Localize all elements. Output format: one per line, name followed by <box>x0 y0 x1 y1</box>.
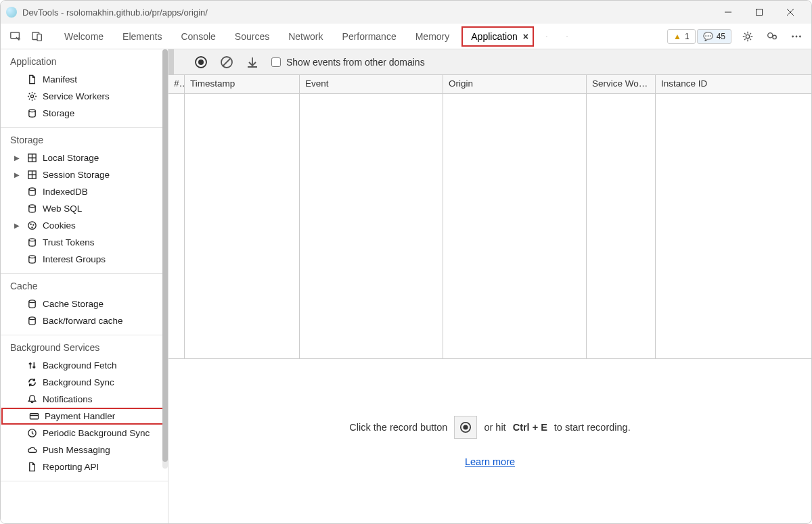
sidebar-item-label: Cache Storage <box>43 299 104 309</box>
expand-caret-icon: ▶ <box>14 171 21 178</box>
col-instance-id[interactable]: Instance ID <box>656 75 811 93</box>
sidebar-item-cache-storage[interactable]: ▶Cache Storage <box>1 295 168 312</box>
sidebar-item-label: Cookies <box>43 220 76 231</box>
info-badge[interactable]: 💬 45 <box>697 29 731 44</box>
sidebar-item-label: Storage <box>43 108 74 118</box>
gear-icon <box>26 91 37 102</box>
close-tab-icon[interactable]: × <box>523 31 528 42</box>
clock-icon <box>26 428 37 439</box>
db-icon <box>26 187 37 197</box>
sidebar-section-header: Application <box>1 49 168 71</box>
col-number[interactable]: # <box>168 75 185 93</box>
show-other-domains-input[interactable] <box>271 57 281 67</box>
devtools-icon <box>6 7 17 18</box>
warnings-badge[interactable]: ▲ 1 <box>667 29 696 44</box>
sidebar-item-service-workers[interactable]: ▶Service Workers <box>1 88 168 105</box>
tab-network[interactable]: Network <box>279 24 332 49</box>
col-service-worker[interactable]: Service Wor… <box>587 75 656 93</box>
col-origin[interactable]: Origin <box>443 75 587 93</box>
device-toolbar-icon[interactable] <box>28 27 47 46</box>
minimize-button[interactable] <box>713 2 744 22</box>
titlebar: DevTools - rsolomakhin.github.io/pr/apps… <box>1 1 811 24</box>
learn-more-link[interactable]: Learn more <box>465 456 515 467</box>
settings-icon[interactable] <box>738 27 757 46</box>
record-icon[interactable] <box>194 55 208 69</box>
tab-elements[interactable]: Elements <box>113 24 171 49</box>
panel-scrollbar[interactable] <box>168 49 174 74</box>
sidebar-item-label: Background Fetch <box>43 360 117 371</box>
empty-suffix: to start recording. <box>554 422 631 433</box>
tab-memory[interactable]: Memory <box>406 24 459 49</box>
tab-console[interactable]: Console <box>171 24 225 49</box>
sidebar-item-payment-handler[interactable]: ▶Payment Handler <box>1 408 167 425</box>
svg-rect-4 <box>11 32 20 38</box>
sidebar-item-notifications[interactable]: ▶Notifications <box>1 391 168 408</box>
svg-point-12 <box>792 35 794 37</box>
sidebar-item-background-fetch[interactable]: ▶Background Fetch <box>1 357 168 374</box>
sidebar-item-label: Reporting API <box>43 462 99 472</box>
sidebar-item-label: Back/forward cache <box>43 316 123 326</box>
svg-point-16 <box>198 59 204 65</box>
sidebar-item-manifest[interactable]: ▶Manifest <box>1 71 168 88</box>
clear-icon[interactable] <box>220 55 233 69</box>
svg-rect-1 <box>757 9 763 16</box>
more-tabs-icon[interactable] <box>537 24 557 49</box>
sidebar-item-back-forward-cache[interactable]: ▶Back/forward cache <box>1 312 168 329</box>
feedback-icon[interactable] <box>763 27 782 46</box>
sidebar-item-periodic-background-sync[interactable]: ▶Periodic Background Sync <box>1 425 168 442</box>
table-header: # Timestamp Event Origin Service Wor… In… <box>168 75 811 94</box>
sidebar-item-trust-tokens[interactable]: ▶Trust Tokens <box>1 234 168 251</box>
sidebar-item-label: Payment Handler <box>45 411 115 421</box>
tab-sources[interactable]: Sources <box>225 24 279 49</box>
new-tab-icon[interactable] <box>557 24 577 49</box>
sidebar-item-cookies[interactable]: ▶Cookies <box>1 217 168 234</box>
more-options-icon[interactable] <box>787 27 806 46</box>
download-icon[interactable] <box>246 55 259 69</box>
sync-icon <box>26 377 37 388</box>
close-button[interactable] <box>775 2 806 22</box>
cloud-icon <box>26 445 37 456</box>
sidebar-item-web-sql[interactable]: ▶Web SQL <box>1 200 168 217</box>
sidebar-item-session-storage[interactable]: ▶Session Storage <box>1 166 168 183</box>
svg-point-13 <box>796 35 798 37</box>
db-icon <box>26 108 37 119</box>
svg-point-22 <box>464 425 468 429</box>
sidebar-item-label: IndexedDB <box>43 187 88 197</box>
sidebar-item-storage[interactable]: ▶Storage <box>1 105 168 122</box>
main-panel: Show events from other domains # Timesta… <box>168 49 811 523</box>
sidebar-item-indexeddb[interactable]: ▶IndexedDB <box>1 183 168 200</box>
grid-icon <box>26 170 37 181</box>
table-body <box>168 94 811 358</box>
tab-performance[interactable]: Performance <box>333 24 406 49</box>
sidebar-item-local-storage[interactable]: ▶Local Storage <box>1 149 168 166</box>
tab-label: Application <box>471 31 518 42</box>
record-button[interactable] <box>454 416 477 439</box>
empty-middle: or hit <box>484 422 505 433</box>
svg-line-18 <box>223 58 231 66</box>
col-event[interactable]: Event <box>300 75 443 93</box>
updown-icon <box>26 360 37 371</box>
sidebar-item-label: Background Sync <box>43 377 114 387</box>
sidebar-item-background-sync[interactable]: ▶Background Sync <box>1 374 168 391</box>
expand-caret-icon: ▶ <box>14 222 21 229</box>
tab-welcome[interactable]: Welcome <box>55 24 113 49</box>
info-icon: 💬 <box>703 32 713 41</box>
maximize-button[interactable] <box>744 2 775 22</box>
svg-rect-6 <box>37 34 41 41</box>
show-other-domains-checkbox[interactable]: Show events from other domains <box>271 57 425 68</box>
tab-application[interactable]: Application × <box>461 26 534 47</box>
file-icon <box>26 462 37 473</box>
sidebar-item-label: Notifications <box>43 394 93 404</box>
db-icon <box>26 299 37 310</box>
sidebar-item-label: Trust Tokens <box>43 237 95 247</box>
col-timestamp[interactable]: Timestamp <box>185 75 300 93</box>
sidebar-scrollbar[interactable] <box>162 49 168 469</box>
sidebar-item-interest-groups[interactable]: ▶Interest Groups <box>1 251 168 268</box>
file-icon <box>26 74 37 85</box>
inspect-element-icon[interactable] <box>6 27 25 46</box>
events-table: # Timestamp Event Origin Service Wor… In… <box>168 75 811 359</box>
sidebar-item-reporting-api[interactable]: ▶Reporting API <box>1 458 168 475</box>
sidebar-item-push-messaging[interactable]: ▶Push Messaging <box>1 442 168 458</box>
payment-handler-toolbar: Show events from other domains <box>168 49 811 75</box>
sidebar-item-label: Service Workers <box>43 91 110 101</box>
